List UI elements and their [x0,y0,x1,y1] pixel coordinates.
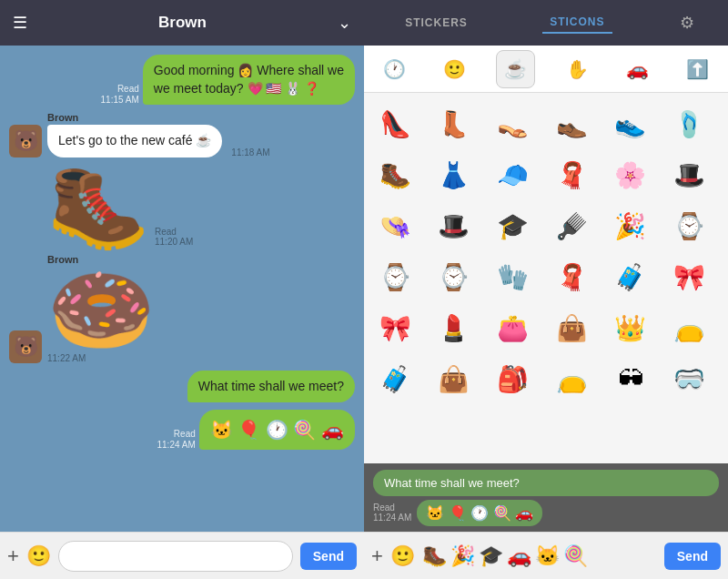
sticker-item[interactable]: 🧣 [548,253,595,300]
emoji-icon[interactable]: 🙂 [26,544,51,568]
message-bubble: What time shall we meet? [187,371,355,403]
sticker-preview-bar: What time shall we meet? Read11:24 AM 🐱 … [364,463,728,532]
sticker-item[interactable]: 🩴 [665,100,713,147]
sticker-grid: 👠 👢 👡 👞 👟 🩴 🥾 👗 🧢 🧣 🌸 🎩 👒 🎩 🎓 🪮 🎉 ⌚ [371,100,721,402]
category-cup[interactable]: ☕ [496,50,535,88]
sticker-item[interactable]: 🎒 [489,355,536,402]
sticker-input-bar: + 🙂 🥾 🎉 🎓 🚗 🐱 🍭 Send [364,532,728,579]
chat-header: ☰ Brown ⌄ [0,0,364,46]
sticker-item[interactable]: 🌸 [607,151,654,198]
send-button[interactable]: Send [300,543,357,570]
bubble-wrapper: Brown Let's go to the new café ☕ [47,112,222,157]
category-clock[interactable]: 🕐 [376,51,413,87]
sticker-message: 🥾 Read 11:20 AM [47,165,193,247]
sticker-item[interactable]: 👞 [548,100,595,147]
preview-emoji-row: Read11:24 AM 🐱 🎈 🕐 🍭 🚗 [373,500,719,526]
plus-icon[interactable]: + [7,544,19,568]
recent-sticker[interactable]: 🥾 [422,544,447,568]
chevron-down-icon[interactable]: ⌄ [338,13,351,33]
preview-bubble: What time shall we meet? [373,470,719,496]
recent-sticker[interactable]: 🎉 [450,544,475,568]
sticker-item[interactable]: 🥾 [371,151,419,198]
category-hand[interactable]: ✋ [559,51,596,87]
sticker-item[interactable]: 🎩 [430,202,478,249]
sticker-item[interactable]: 👡 [489,100,536,147]
chat-title: Brown [158,14,207,32]
time-label: 11:20 AM [155,237,193,247]
chat-input[interactable] [58,541,293,572]
sticker-item[interactable]: 👠 [371,100,419,147]
sticker-item[interactable]: 🧳 [371,355,419,402]
plus-icon[interactable]: + [371,544,383,568]
sticker-item[interactable]: 👛 [489,304,536,351]
tab-stickers[interactable]: STICKERS [398,13,475,33]
recent-sticker[interactable]: 🍭 [563,544,588,568]
sticker-item[interactable]: 👟 [607,100,654,147]
bubble-wrapper: Good morning 👩 Where shall wewe meet tod… [143,55,355,105]
message-row: 🐻 🥾 Read 11:20 AM [9,165,355,247]
send-button[interactable]: Send [664,543,721,570]
message-bubble: 🐱 🎈 🕐 🍭 🚗 [199,410,355,450]
sticker-item[interactable]: 🪮 [548,202,595,249]
read-label: Read [117,84,139,94]
sticker-category-bar: 🕐 🙂 ☕ ✋ 🚗 ⬆️ [364,46,728,93]
bubble-wrapper: What time shall we meet? [187,371,355,403]
preview-content: What time shall we meet? Read11:24 AM 🐱 … [373,470,719,526]
sticker-panel: STICKERS STICONS ⚙ 🕐 🙂 ☕ ✋ 🚗 ⬆️ 👠 👢 👡 👞 … [364,0,728,579]
app-container: ☰ Brown ⌄ Read 11:15 AM Good morning 👩 W… [0,0,728,579]
time-label: 11:22 AM [47,353,156,363]
time-label: 11:24 AM [157,440,196,450]
read-time-wrap: Read 11:24 AM [157,429,196,450]
sticker-item[interactable]: 👢 [430,100,478,147]
sticker-item[interactable]: 🧣 [548,151,595,198]
message-row: 🐻 Brown 🍩 11:22 AM [9,254,355,363]
sticker-item[interactable]: 🧳 [607,253,654,300]
sender-name: Brown [47,112,222,123]
message-row: Read 11:24 AM 🐱 🎈 🕐 🍭 🚗 [9,410,355,450]
sticker-item[interactable]: 🎀 [371,304,419,351]
sticker-item[interactable]: 🎀 [665,253,713,300]
sticker-item[interactable]: ⌚ [430,253,478,300]
sticker-item[interactable]: 👜 [548,304,595,351]
recent-sticker[interactable]: 🐱 [535,544,560,568]
chat-messages: Read 11:15 AM Good morning 👩 Where shall… [0,46,364,532]
tab-sticons[interactable]: STICONS [542,12,612,34]
read-time-wrap: Read 11:15 AM [101,84,139,105]
sticker-item[interactable]: 👗 [430,151,478,198]
preview-emojis: 🐱 🎈 🕐 🍭 🚗 [417,500,542,526]
sticker-wrapper: Brown 🍩 11:22 AM [47,254,156,363]
sticker-item[interactable]: 👑 [607,304,654,351]
chat-input-bar: + 🙂 Send [0,532,364,579]
sticker-item[interactable]: 👜 [430,355,478,402]
category-face[interactable]: 🙂 [436,51,473,87]
gear-icon[interactable]: ⚙ [680,13,694,33]
message-row: Read 11:15 AM Good morning 👩 Where shall… [9,55,355,105]
sticker-item[interactable]: 🕶 [607,355,654,402]
recent-sticker[interactable]: 🎓 [479,544,503,568]
sticker-item[interactable]: 🎓 [489,202,536,249]
category-car[interactable]: 🚗 [619,51,656,87]
sticker-item[interactable]: ⌚ [665,202,713,249]
sticker-item[interactable]: 🎉 [607,202,654,249]
avatar: 🐻 [9,125,42,157]
recent-sticker[interactable]: 🚗 [507,544,531,568]
sticker-item[interactable]: 👝 [665,304,713,351]
sticker-item[interactable]: 🎩 [665,151,713,198]
sticker-item[interactable]: 👝 [548,355,595,402]
time-label: 11:15 AM [101,95,139,105]
emoji-icon[interactable]: 🙂 [390,544,415,568]
category-upload[interactable]: ⬆️ [679,51,716,87]
sticker-item[interactable]: 💄 [430,304,478,351]
time-label: 11:18 AM [231,147,269,157]
message-bubble: Good morning 👩 Where shall wewe meet tod… [143,55,355,105]
sticker-item[interactable]: 👒 [371,202,419,249]
sticker-grid-area: 👠 👢 👡 👞 👟 🩴 🥾 👗 🧢 🧣 🌸 🎩 👒 🎩 🎓 🪮 🎉 ⌚ [364,93,728,463]
sticker: 🍩 [47,267,156,353]
sticker-item[interactable]: 🥽 [665,355,713,402]
message-row: 🐻 Brown Let's go to the new café ☕ 11:18… [9,112,355,157]
message-bubble: Let's go to the new café ☕ [47,125,222,157]
menu-icon[interactable]: ☰ [13,13,27,33]
sticker-item[interactable]: 🧤 [489,253,536,300]
sticker-item[interactable]: ⌚ [371,253,419,300]
sticker-item[interactable]: 🧢 [489,151,536,198]
